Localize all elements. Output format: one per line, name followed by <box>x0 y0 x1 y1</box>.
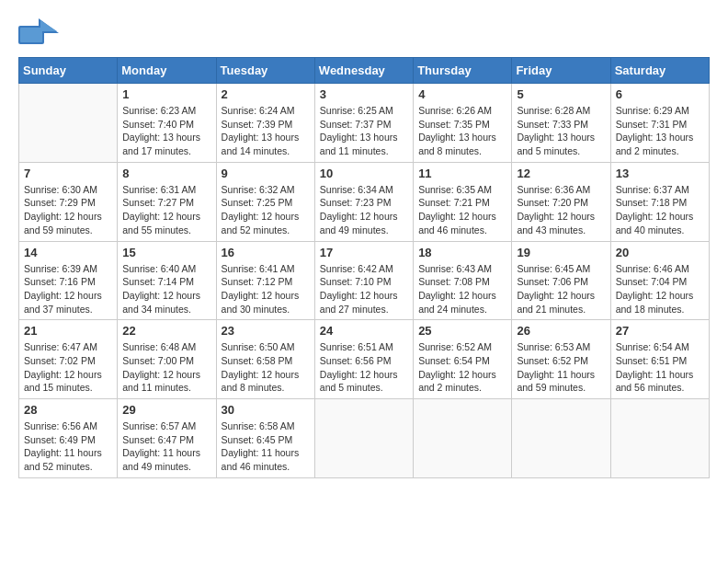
calendar-cell: 27Sunrise: 6:54 AM Sunset: 6:51 PM Dayli… <box>610 320 709 399</box>
day-number: 20 <box>616 246 704 259</box>
calendar-cell <box>314 399 413 478</box>
calendar-cell <box>610 399 709 478</box>
day-number: 30 <box>222 403 310 417</box>
day-info: Sunrise: 6:41 AM Sunset: 7:12 PM Dayligh… <box>222 262 310 316</box>
calendar-cell: 19Sunrise: 6:45 AM Sunset: 7:06 PM Dayli… <box>512 241 610 320</box>
day-info: Sunrise: 6:25 AM Sunset: 7:37 PM Dayligh… <box>320 104 408 158</box>
day-number: 4 <box>418 87 506 101</box>
day-info: Sunrise: 6:30 AM Sunset: 7:29 PM Dayligh… <box>24 183 112 237</box>
day-info: Sunrise: 6:46 AM Sunset: 7:04 PM Dayligh… <box>616 262 704 316</box>
day-info: Sunrise: 6:37 AM Sunset: 7:18 PM Dayligh… <box>616 183 704 237</box>
day-info: Sunrise: 6:53 AM Sunset: 6:52 PM Dayligh… <box>517 340 605 395</box>
day-number: 9 <box>222 167 310 180</box>
svg-rect-2 <box>20 28 42 42</box>
day-info: Sunrise: 6:23 AM Sunset: 7:40 PM Dayligh… <box>122 104 210 158</box>
day-number: 18 <box>418 246 506 259</box>
weekday-header-thursday: Thursday <box>414 58 512 84</box>
calendar-cell: 22Sunrise: 6:48 AM Sunset: 7:00 PM Dayli… <box>118 320 216 399</box>
calendar-cell: 20Sunrise: 6:46 AM Sunset: 7:04 PM Dayli… <box>610 241 709 320</box>
calendar-cell: 4Sunrise: 6:26 AM Sunset: 7:35 PM Daylig… <box>414 84 512 163</box>
day-number: 22 <box>122 324 210 338</box>
calendar-cell: 5Sunrise: 6:28 AM Sunset: 7:33 PM Daylig… <box>512 84 610 163</box>
day-number: 13 <box>616 167 704 180</box>
day-info: Sunrise: 6:40 AM Sunset: 7:14 PM Dayligh… <box>122 262 210 316</box>
day-info: Sunrise: 6:34 AM Sunset: 7:23 PM Dayligh… <box>320 183 408 237</box>
calendar-cell: 8Sunrise: 6:31 AM Sunset: 7:27 PM Daylig… <box>118 162 216 241</box>
weekday-header-sunday: Sunday <box>19 58 118 84</box>
day-info: Sunrise: 6:58 AM Sunset: 6:45 PM Dayligh… <box>222 419 310 474</box>
day-info: Sunrise: 6:56 AM Sunset: 6:49 PM Dayligh… <box>24 419 112 474</box>
calendar-cell: 21Sunrise: 6:47 AM Sunset: 7:02 PM Dayli… <box>19 320 118 399</box>
page-header <box>18 18 710 48</box>
calendar-week-3: 14Sunrise: 6:39 AM Sunset: 7:16 PM Dayli… <box>19 241 710 320</box>
weekday-header-monday: Monday <box>118 58 216 84</box>
day-info: Sunrise: 6:31 AM Sunset: 7:27 PM Dayligh… <box>122 183 210 237</box>
logo-icon <box>18 18 59 48</box>
day-number: 11 <box>418 167 506 180</box>
day-info: Sunrise: 6:42 AM Sunset: 7:10 PM Dayligh… <box>320 262 408 316</box>
day-number: 3 <box>320 87 408 101</box>
calendar-cell: 26Sunrise: 6:53 AM Sunset: 6:52 PM Dayli… <box>512 320 610 399</box>
day-info: Sunrise: 6:43 AM Sunset: 7:08 PM Dayligh… <box>418 262 506 316</box>
day-number: 5 <box>517 87 605 101</box>
day-info: Sunrise: 6:36 AM Sunset: 7:20 PM Dayligh… <box>517 183 605 237</box>
day-info: Sunrise: 6:29 AM Sunset: 7:31 PM Dayligh… <box>616 104 704 158</box>
day-info: Sunrise: 6:32 AM Sunset: 7:25 PM Dayligh… <box>222 183 310 237</box>
calendar-cell: 29Sunrise: 6:57 AM Sunset: 6:47 PM Dayli… <box>118 399 216 478</box>
day-info: Sunrise: 6:26 AM Sunset: 7:35 PM Dayligh… <box>418 104 506 158</box>
day-number: 25 <box>418 324 506 338</box>
logo <box>18 18 64 48</box>
calendar-cell: 23Sunrise: 6:50 AM Sunset: 6:58 PM Dayli… <box>216 320 314 399</box>
day-info: Sunrise: 6:35 AM Sunset: 7:21 PM Dayligh… <box>418 183 506 237</box>
calendar-cell: 1Sunrise: 6:23 AM Sunset: 7:40 PM Daylig… <box>118 84 216 163</box>
calendar-cell: 6Sunrise: 6:29 AM Sunset: 7:31 PM Daylig… <box>610 84 709 163</box>
calendar-cell: 18Sunrise: 6:43 AM Sunset: 7:08 PM Dayli… <box>414 241 512 320</box>
day-number: 12 <box>517 167 605 180</box>
day-number: 28 <box>24 403 112 417</box>
day-number: 27 <box>616 324 704 338</box>
day-info: Sunrise: 6:52 AM Sunset: 6:54 PM Dayligh… <box>418 340 506 395</box>
calendar-cell: 15Sunrise: 6:40 AM Sunset: 7:14 PM Dayli… <box>118 241 216 320</box>
day-number: 23 <box>222 324 310 338</box>
day-info: Sunrise: 6:47 AM Sunset: 7:02 PM Dayligh… <box>24 340 112 395</box>
day-number: 17 <box>320 246 408 259</box>
day-number: 19 <box>517 246 605 259</box>
calendar-week-1: 1Sunrise: 6:23 AM Sunset: 7:40 PM Daylig… <box>19 84 710 163</box>
calendar-cell <box>414 399 512 478</box>
day-info: Sunrise: 6:48 AM Sunset: 7:00 PM Dayligh… <box>122 340 210 395</box>
day-info: Sunrise: 6:54 AM Sunset: 6:51 PM Dayligh… <box>616 340 704 395</box>
calendar-cell: 11Sunrise: 6:35 AM Sunset: 7:21 PM Dayli… <box>414 162 512 241</box>
day-info: Sunrise: 6:50 AM Sunset: 6:58 PM Dayligh… <box>222 340 310 395</box>
calendar-cell: 2Sunrise: 6:24 AM Sunset: 7:39 PM Daylig… <box>216 84 314 163</box>
weekday-header-wednesday: Wednesday <box>314 58 413 84</box>
day-info: Sunrise: 6:39 AM Sunset: 7:16 PM Dayligh… <box>24 262 112 316</box>
day-number: 15 <box>122 246 210 259</box>
day-number: 8 <box>122 167 210 180</box>
day-number: 14 <box>24 246 112 259</box>
calendar-cell: 7Sunrise: 6:30 AM Sunset: 7:29 PM Daylig… <box>19 162 118 241</box>
day-info: Sunrise: 6:24 AM Sunset: 7:39 PM Dayligh… <box>222 104 310 158</box>
calendar-week-4: 21Sunrise: 6:47 AM Sunset: 7:02 PM Dayli… <box>19 320 710 399</box>
day-number: 10 <box>320 167 408 180</box>
calendar-table: SundayMondayTuesdayWednesdayThursdayFrid… <box>18 57 710 478</box>
weekday-header-saturday: Saturday <box>610 58 709 84</box>
calendar-cell: 14Sunrise: 6:39 AM Sunset: 7:16 PM Dayli… <box>19 241 118 320</box>
day-number: 16 <box>222 246 310 259</box>
day-number: 1 <box>122 87 210 101</box>
calendar-cell: 13Sunrise: 6:37 AM Sunset: 7:18 PM Dayli… <box>610 162 709 241</box>
weekday-header-tuesday: Tuesday <box>216 58 314 84</box>
calendar-cell: 28Sunrise: 6:56 AM Sunset: 6:49 PM Dayli… <box>19 399 118 478</box>
day-info: Sunrise: 6:28 AM Sunset: 7:33 PM Dayligh… <box>517 104 605 158</box>
calendar-week-5: 28Sunrise: 6:56 AM Sunset: 6:49 PM Dayli… <box>19 399 710 478</box>
calendar-week-2: 7Sunrise: 6:30 AM Sunset: 7:29 PM Daylig… <box>19 162 710 241</box>
calendar-cell: 17Sunrise: 6:42 AM Sunset: 7:10 PM Dayli… <box>314 241 413 320</box>
day-info: Sunrise: 6:57 AM Sunset: 6:47 PM Dayligh… <box>122 419 210 474</box>
day-number: 24 <box>320 324 408 338</box>
calendar-cell: 24Sunrise: 6:51 AM Sunset: 6:56 PM Dayli… <box>314 320 413 399</box>
calendar-cell: 12Sunrise: 6:36 AM Sunset: 7:20 PM Dayli… <box>512 162 610 241</box>
day-number: 26 <box>517 324 605 338</box>
calendar-cell <box>19 84 118 163</box>
day-info: Sunrise: 6:45 AM Sunset: 7:06 PM Dayligh… <box>517 262 605 316</box>
day-number: 21 <box>24 324 112 338</box>
day-number: 6 <box>616 87 704 101</box>
